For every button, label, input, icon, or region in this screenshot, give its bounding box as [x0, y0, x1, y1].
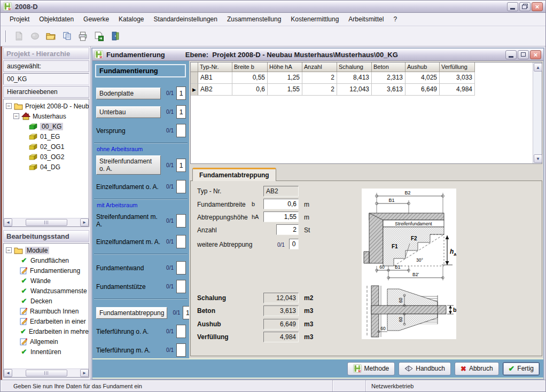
- minimize-button[interactable]: [507, 2, 518, 11]
- column-header[interactable]: Aushub: [405, 62, 440, 72]
- tree-item-level-00kg[interactable]: 00_KG: [4, 121, 89, 131]
- table-cell[interactable]: 8,413: [337, 72, 372, 84]
- tab-fundamentabtreppung[interactable]: Fundamentabtreppung: [192, 168, 276, 181]
- sidebar-item-fundamentabtreppung[interactable]: Fundamentabtreppung 0/1 1: [96, 306, 186, 319]
- tree-item-module-root[interactable]: − Module: [4, 245, 89, 255]
- menu-gewerke[interactable]: Gewerke: [79, 13, 114, 25]
- column-header[interactable]: Beton: [372, 62, 405, 72]
- module-item-erdarbeiten-mehreren[interactable]: ✔ Erdarbeiten in mehre: [4, 326, 89, 336]
- sidebar-item-tieferfuehrung-oa[interactable]: Tieferführung o. A. 0/1: [96, 325, 186, 338]
- count-box[interactable]: 1: [176, 159, 186, 172]
- table-cell[interactable]: 1,25: [268, 72, 302, 84]
- selected-value-field[interactable]: 00_KG: [3, 73, 89, 85]
- count-box[interactable]: [176, 343, 186, 357]
- table-cell[interactable]: 2: [302, 84, 337, 96]
- table-cell[interactable]: 4,025: [405, 72, 440, 84]
- count-box[interactable]: [176, 325, 186, 338]
- subwindow-minimize-button[interactable]: [505, 50, 517, 59]
- restore-button[interactable]: [519, 2, 531, 11]
- weitere-abtreppung-input[interactable]: [289, 239, 299, 249]
- tree-item-level-01eg[interactable]: 01_EG: [4, 131, 89, 142]
- menu-kataloge[interactable]: Kataloge: [114, 13, 149, 25]
- count-box[interactable]: [176, 214, 186, 228]
- sidebar-item-einzelfundament-ma[interactable]: Einzelfundament m. A. 0/1: [96, 235, 186, 248]
- count-box[interactable]: [176, 180, 186, 193]
- module-item-grundflaechen[interactable]: ✔ Grundflächen: [4, 255, 89, 265]
- menu-arbeitsmittel[interactable]: Arbeitsmittel: [344, 13, 388, 25]
- print-icon[interactable]: [76, 29, 90, 43]
- count-box[interactable]: 1: [183, 306, 189, 319]
- module-item-innentueren[interactable]: ✔ Innentüren: [4, 347, 89, 357]
- sidebar-item-versprung[interactable]: Versprung 0/1: [96, 124, 186, 137]
- export-icon[interactable]: [92, 29, 106, 43]
- tree-item-level-04dg[interactable]: 04_DG: [4, 162, 89, 172]
- scroll-left-button[interactable]: ◄: [4, 369, 12, 377]
- scroll-down-button[interactable]: ▼: [534, 154, 542, 163]
- count-box[interactable]: [176, 280, 186, 293]
- table-cell[interactable]: 2,313: [372, 72, 405, 84]
- count-box[interactable]: 1: [176, 87, 186, 100]
- scrollbar-thumb[interactable]: [26, 370, 67, 377]
- table-cell[interactable]: 4,984: [440, 84, 475, 96]
- table-cell[interactable]: 6,649: [405, 84, 440, 96]
- table-cell[interactable]: 3,613: [372, 84, 405, 96]
- row-selector[interactable]: [191, 72, 198, 84]
- anzahl-input[interactable]: [276, 224, 299, 235]
- column-header[interactable]: Typ-Nr.: [198, 62, 232, 72]
- column-header[interactable]: Höhe hA: [268, 62, 302, 72]
- abtreppungshoehe-input[interactable]: [263, 211, 299, 222]
- toolbar-grip[interactable]: [5, 30, 7, 42]
- tree-item-project[interactable]: − Projekt 2008-D - Neubau: [4, 101, 89, 111]
- table-cell[interactable]: 12,043: [337, 84, 372, 96]
- fundamentbreite-input[interactable]: [263, 199, 299, 209]
- table-cell[interactable]: 3,033: [440, 72, 475, 84]
- tree-item-level-03og2[interactable]: 03_OG2: [4, 152, 89, 162]
- column-header[interactable]: Schalung: [337, 62, 372, 72]
- scroll-right-button[interactable]: ►: [80, 369, 89, 377]
- sidebar-item-unterbau[interactable]: Unterbau 0/1 1: [96, 105, 186, 119]
- collapse-icon[interactable]: −: [13, 113, 19, 119]
- scroll-right-button[interactable]: ►: [80, 218, 89, 226]
- module-item-wandzusammenstellung[interactable]: ✔ Wandzusammenste: [4, 286, 89, 296]
- open-project-icon[interactable]: [28, 29, 42, 43]
- table-cell[interactable]: 2: [302, 72, 337, 84]
- module-item-allgemein[interactable]: Allgemein: [4, 336, 89, 347]
- exit-door-icon[interactable]: [108, 29, 122, 43]
- column-header[interactable]: Verfüllung: [440, 62, 475, 72]
- handbuch-button[interactable]: Handbuch: [399, 362, 451, 375]
- tree-item-building[interactable]: − Musterhaus: [4, 111, 89, 121]
- menu-zusammenstellung[interactable]: Zusammenstellung: [222, 13, 286, 25]
- sidebar-item-einzelfundament-oa[interactable]: Einzelfundament o. A. 0/1: [96, 180, 186, 193]
- column-header[interactable]: Breite b: [232, 62, 268, 72]
- count-box[interactable]: [176, 235, 186, 248]
- column-header[interactable]: Anzahl: [302, 62, 337, 72]
- scroll-left-button[interactable]: ◄: [4, 218, 12, 226]
- menu-standardeinstellungen[interactable]: Standardeinstellungen: [149, 13, 222, 25]
- subwindow-maximize-button[interactable]: [518, 50, 529, 59]
- count-box[interactable]: [176, 124, 186, 137]
- new-document-icon[interactable]: [12, 29, 26, 43]
- tree-item-level-02og1[interactable]: 02_OG1: [4, 142, 89, 152]
- table-cell[interactable]: 0,55: [232, 72, 268, 84]
- abbruch-button[interactable]: ✖ Abbruch: [455, 362, 499, 375]
- scroll-up-button[interactable]: ▲: [534, 63, 542, 72]
- table-cell[interactable]: AB1: [198, 72, 232, 84]
- open-folder-icon[interactable]: [44, 29, 58, 43]
- sidebar-item-streifenfundament-oa[interactable]: Streifenfundament o. A. 0/1 1: [96, 155, 186, 175]
- module-item-waende[interactable]: ✔ Wände: [4, 276, 89, 286]
- table-cell[interactable]: 0,6: [232, 84, 268, 96]
- module-item-raumbuch-innen[interactable]: Raumbuch Innen: [4, 306, 89, 316]
- sidebar-item-tieferfuehrung-ma[interactable]: Tieferführung m. A. 0/1: [96, 343, 186, 357]
- scrollbar-track[interactable]: [12, 219, 80, 226]
- row-selector-current[interactable]: ▶: [191, 84, 198, 96]
- scrollbar-thumb[interactable]: [26, 219, 67, 226]
- count-box[interactable]: [176, 261, 186, 275]
- menu-projekt[interactable]: Projekt: [5, 13, 34, 25]
- subwindow-close-button[interactable]: ×: [530, 50, 541, 59]
- collapse-icon[interactable]: −: [6, 103, 12, 109]
- collapse-icon[interactable]: −: [6, 247, 12, 253]
- table-cell[interactable]: AB2: [198, 84, 232, 96]
- sidebar-item-streifenfundament-ma[interactable]: Streifenfundament m. A. 0/1: [96, 211, 186, 230]
- count-box[interactable]: 1: [176, 105, 186, 119]
- fertig-button[interactable]: ✔ Fertig: [503, 362, 540, 375]
